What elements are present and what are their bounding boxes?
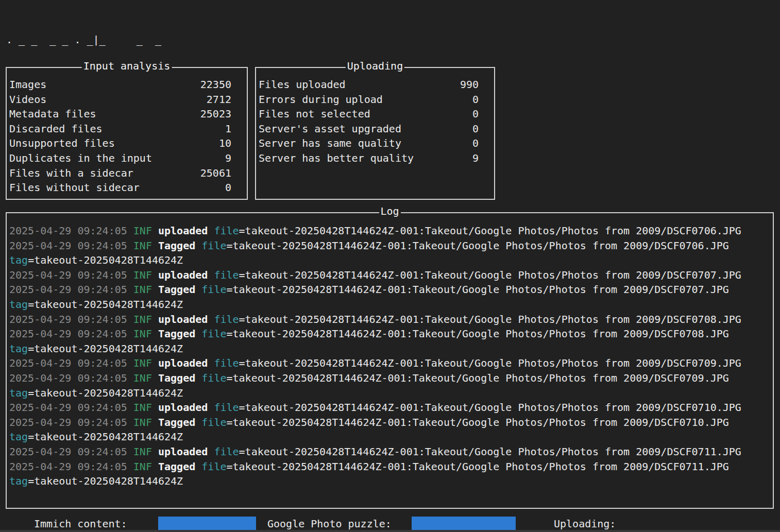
log-action: uploaded: [158, 357, 208, 369]
banner-line: . _ _ _ _ . _|_ _ _: [6, 32, 167, 47]
log-level: INF: [133, 357, 152, 369]
stat-row: Files without sidecar0: [9, 180, 231, 195]
log-line: 2025-04-29 09:24:05 INF uploaded file=ta…: [9, 224, 769, 238]
log-level: INF: [133, 372, 152, 384]
log-level: INF: [133, 313, 152, 325]
log-line: 2025-04-29 09:24:05 INF uploaded file=ta…: [9, 312, 769, 327]
log-equals: =: [28, 298, 34, 311]
log-field-key: tag: [9, 342, 28, 355]
stat-value: 25061: [200, 166, 231, 181]
stat-row: Server has same quality0: [259, 136, 479, 151]
log-field-value: takeout-20250428T144624Z-001:Takeout/Goo…: [233, 372, 729, 384]
stat-label: Videos: [9, 92, 46, 107]
log-equals: =: [226, 460, 232, 473]
stat-value: 0: [472, 122, 479, 136]
log-timestamp: 2025-04-29 09:24:05: [9, 239, 127, 252]
log-equals: =: [239, 445, 245, 458]
stat-label: Files with a sidecar: [9, 166, 133, 181]
stat-value: 0: [472, 92, 479, 107]
stat-value: 0: [472, 107, 479, 122]
log-field-key: file: [214, 313, 239, 325]
stat-label: Server's asset upgraded: [259, 122, 401, 136]
log-field-key: file: [214, 269, 239, 281]
immich-content-progressbar: 100%: [158, 517, 256, 531]
uploading-title: Uploading: [346, 60, 404, 72]
stat-row: Metadata files25023: [9, 107, 231, 122]
stat-row: Files not selected0: [259, 107, 479, 122]
log-panel: Log 2025-04-29 09:24:05 INF uploaded fil…: [6, 212, 774, 509]
log-timestamp: 2025-04-29 09:24:05: [9, 313, 127, 325]
log-field-key: tag: [9, 431, 28, 443]
log-equals: =: [226, 239, 232, 252]
log-field-value: takeout-20250428T144624Z-001:Takeout/Goo…: [233, 328, 729, 340]
log-timestamp: 2025-04-29 09:24:05: [9, 328, 127, 340]
log-field-key: file: [201, 416, 226, 428]
terminal-bottom-edge: [0, 530, 780, 532]
stat-row: Files uploaded990: [259, 77, 479, 92]
log-equals: =: [226, 416, 232, 428]
log-action: Tagged: [158, 328, 195, 340]
log-equals: =: [239, 401, 245, 414]
stat-value: 990: [460, 77, 479, 92]
log-line: tag=takeout-20250428T144624Z: [9, 474, 769, 489]
log-action: uploaded: [158, 401, 208, 414]
log-level: INF: [133, 225, 152, 237]
log-field-value: takeout-20250428T144624Z-001:Takeout/Goo…: [233, 283, 729, 296]
log-line: tag=takeout-20250428T144624Z: [9, 430, 769, 444]
log-field-value: takeout-20250428T144624Z-001:Takeout/Goo…: [233, 239, 729, 252]
stat-value: 25023: [200, 107, 231, 122]
stat-label: Files without sidecar: [9, 180, 140, 195]
log-field-value: takeout-20250428T144624Z-001:Takeout/Goo…: [233, 416, 729, 428]
log-level: INF: [133, 445, 152, 458]
log-action: Tagged: [158, 460, 195, 473]
uploading-progressbar: 4%: [659, 517, 773, 531]
log-field-value: takeout-20250428T144624Z-001:Takeout/Goo…: [245, 225, 741, 237]
stat-value: 9: [472, 151, 479, 166]
log-line: 2025-04-29 09:24:05 INF Tagged file=take…: [9, 282, 769, 297]
log-field-value: takeout-20250428T144624Z-001:Takeout/Goo…: [233, 460, 729, 473]
log-line: tag=takeout-20250428T144624Z: [9, 386, 769, 401]
log-equals: =: [239, 313, 245, 325]
log-field-key: file: [214, 225, 239, 237]
stat-label: Metadata files: [9, 107, 96, 122]
log-level: INF: [133, 239, 152, 252]
log-action: uploaded: [158, 313, 208, 325]
log-field-value: takeout-20250428T144624Z-001:Takeout/Goo…: [245, 357, 741, 369]
stat-label: Server has better quality: [259, 151, 414, 166]
log-field-value: takeout-20250428T144624Z-001:Takeout/Goo…: [245, 401, 741, 414]
log-timestamp: 2025-04-29 09:24:05: [9, 283, 127, 296]
log-line: tag=takeout-20250428T144624Z: [9, 341, 769, 356]
input-analysis-rows: Images22350Videos2712Metadata files25023…: [7, 68, 247, 195]
log-field-value: takeout-20250428T144624Z: [34, 475, 183, 487]
log-action: Tagged: [158, 416, 195, 428]
log-equals: =: [28, 342, 34, 355]
log-timestamp: 2025-04-29 09:24:05: [9, 401, 127, 414]
stat-label: Files not selected: [259, 107, 370, 122]
uploading-rows: Files uploaded990Errors during upload0Fi…: [256, 68, 494, 166]
stat-value: 0: [472, 136, 479, 151]
stat-value: 22350: [200, 77, 231, 92]
log-field-key: tag: [9, 475, 28, 487]
stat-label: Discarded files: [9, 122, 103, 136]
log-level: INF: [133, 460, 152, 473]
log-equals: =: [28, 254, 34, 266]
log-equals: =: [239, 357, 245, 369]
log-line: 2025-04-29 09:24:05 INF uploaded file=ta…: [9, 356, 769, 371]
stat-value: 0: [225, 180, 231, 195]
log-field-value: takeout-20250428T144624Z: [34, 342, 183, 355]
google-puzzle-progressbar: 100%: [412, 517, 516, 531]
stat-row: Files with a sidecar25061: [9, 166, 231, 181]
log-equals: =: [28, 387, 34, 399]
log-action: Tagged: [158, 239, 195, 252]
log-timestamp: 2025-04-29 09:24:05: [9, 445, 127, 458]
log-field-value: takeout-20250428T144624Z: [34, 431, 183, 443]
stat-row: Server has better quality9: [259, 151, 479, 166]
stat-value: 2712: [207, 92, 231, 107]
stat-row: Duplicates in the input9: [9, 151, 231, 166]
log-field-key: file: [214, 445, 239, 458]
log-line: 2025-04-29 09:24:05 INF Tagged file=take…: [9, 238, 769, 253]
log-field-value: takeout-20250428T144624Z-001:Takeout/Goo…: [245, 445, 741, 458]
log-timestamp: 2025-04-29 09:24:05: [9, 372, 127, 384]
log-level: INF: [133, 269, 152, 281]
log-field-key: file: [201, 328, 226, 340]
